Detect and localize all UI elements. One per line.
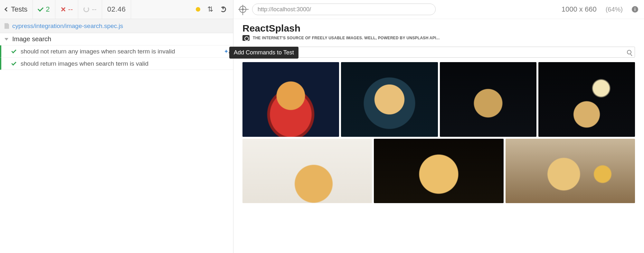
tooltip-text: Add Commands to Test [234, 49, 294, 56]
x-icon [61, 7, 66, 12]
app-preview-panel: http://localhost:3000/ 1000 x 660 (64%) … [233, 0, 644, 253]
check-icon [38, 6, 43, 12]
info-icon[interactable]: i [632, 6, 638, 13]
tooltip: Add Commands to Test [229, 47, 298, 59]
reload-icon[interactable] [220, 6, 226, 12]
chevron-left-icon [5, 7, 9, 12]
app-title: ReactSplash [242, 23, 635, 34]
preview-header: http://localhost:3000/ 1000 x 660 (64%) … [233, 0, 644, 19]
pending-value: -- [92, 5, 97, 14]
runner-actions: ⇅ [189, 0, 233, 19]
gallery-image[interactable] [506, 139, 635, 203]
gallery-image[interactable] [374, 139, 503, 203]
caret-down-icon [5, 38, 8, 41]
check-icon [11, 61, 16, 66]
suite-row[interactable]: Image search [0, 33, 233, 45]
spec-path-bar[interactable]: cypress/integration/image-search.spec.js [0, 19, 233, 33]
failed-value: -- [68, 5, 73, 14]
spec-path-text: cypress/integration/image-search.spec.js [12, 23, 123, 30]
gallery-image[interactable] [242, 62, 339, 137]
header-spacer [131, 0, 189, 19]
failed-count[interactable]: -- [55, 0, 79, 19]
file-icon [5, 23, 9, 29]
duration-value: 02.46 [107, 5, 126, 14]
gallery-image[interactable] [242, 139, 372, 203]
test-runner-panel: Tests 2 -- -- 02.46 ⇅ cypress/integratio… [0, 0, 233, 253]
app-tagline: THE INTERNET'S SOURCE OF FREELY USABLE I… [253, 36, 440, 40]
search-icon[interactable] [627, 50, 631, 54]
test-title: should return images when search term is… [21, 60, 148, 67]
pending-count[interactable]: -- [78, 0, 102, 19]
status-dot-icon[interactable] [196, 7, 200, 12]
app-tagline-row: THE INTERNET'S SOURCE OF FREELY USABLE I… [242, 35, 635, 41]
search-input[interactable] [246, 50, 627, 55]
gallery-image[interactable] [341, 62, 438, 137]
camera-icon [242, 35, 250, 41]
back-label: Tests [11, 5, 27, 14]
test-row[interactable]: should return images when search term is… [0, 58, 233, 70]
gallery-row [242, 62, 635, 137]
url-bar[interactable]: http://localhost:3000/ [252, 4, 436, 15]
spinner-icon [83, 6, 89, 12]
check-icon [11, 48, 16, 53]
back-to-tests-button[interactable]: Tests [0, 0, 33, 19]
url-text: http://localhost:3000/ [258, 6, 311, 13]
gallery-image[interactable] [440, 62, 536, 137]
viewport-size: 1000 x 660 [562, 5, 597, 14]
test-title: should not return any images when search… [21, 48, 175, 55]
suite-title: Image search [12, 35, 51, 43]
test-row[interactable]: should not return any images when search… [0, 45, 233, 58]
passed-value: 2 [46, 5, 50, 14]
selector-playground-icon[interactable] [239, 6, 246, 13]
passed-count[interactable]: 2 [33, 0, 55, 19]
viewport-toggle-icon[interactable]: ⇅ [207, 6, 213, 13]
duration: 02.46 [102, 0, 131, 19]
search-field[interactable] [242, 47, 635, 58]
gallery-row [242, 139, 635, 203]
viewport-scale: (64%) [606, 6, 623, 13]
gallery-image[interactable] [538, 62, 635, 137]
runner-header: Tests 2 -- -- 02.46 ⇅ [0, 0, 233, 19]
image-gallery [242, 62, 635, 203]
